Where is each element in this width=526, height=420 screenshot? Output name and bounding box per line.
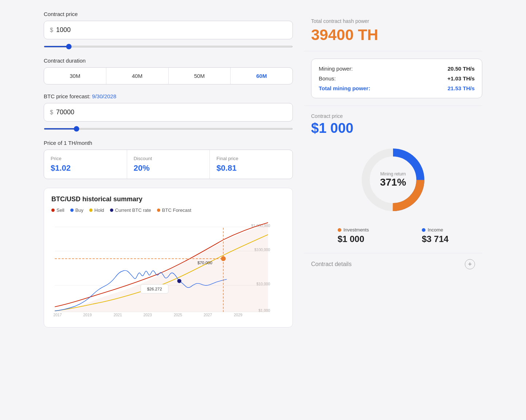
donut-center-label: Mining return [380, 171, 406, 177]
btc-price-input-box: $ 70000 [44, 103, 293, 122]
right-panel: Total contract hash power 39400 TH Minin… [304, 11, 482, 328]
contract-price-label: Contract price [44, 11, 293, 17]
donut-center: Mining return 371% [380, 171, 406, 188]
investments-dot [338, 228, 341, 232]
donut-section: Mining return 371% [304, 136, 482, 223]
income-dot [422, 228, 425, 232]
chart-area: $1,000,000 $100,000 $10,000 $1,000 [51, 218, 285, 320]
final-price-value: $0.81 [216, 163, 286, 173]
svg-text:$26.272: $26.272 [147, 287, 162, 291]
svg-text:2017: 2017 [53, 313, 62, 317]
income-value: $3 714 [422, 234, 448, 244]
investments-row: Investments $1 000 Income $3 714 [304, 223, 482, 251]
price-cell: Price $1.02 [44, 150, 127, 179]
price-table-section: Price of 1 TH/month Price $1.02 Discount… [44, 140, 293, 179]
legend-current-btc: Current BTC rate [110, 207, 151, 213]
income-label: Income [428, 227, 443, 233]
income-item: Income $3 714 [422, 227, 448, 244]
btc-forecast-label: BTC price forecast: 9/30/2028 [44, 93, 293, 99]
btc-price-slider[interactable] [44, 128, 293, 130]
btc-forecast-dot [157, 209, 160, 212]
bonus-value: +1.03 TH/s [447, 75, 475, 82]
final-price-cell: Final price $0.81 [210, 150, 293, 179]
left-panel: Contract price $ 1000 Contract duration … [44, 11, 304, 328]
mining-details-card: Mining power: 20.50 TH/s Bonus: +1.03 TH… [311, 59, 482, 98]
chart-section: BTC/USD historical summary Sell Buy Hold… [44, 188, 293, 328]
buy-label: Buy [75, 207, 83, 213]
total-mining-value: 21.53 TH/s [448, 85, 475, 91]
svg-text:2025: 2025 [174, 313, 182, 317]
svg-text:2029: 2029 [234, 313, 242, 317]
sell-label: Sell [56, 207, 64, 213]
price-th-label: Price of 1 TH/month [44, 140, 293, 146]
contract-duration-section: Contract duration 30M 40M 50M 60M [44, 58, 293, 84]
hold-dot [89, 209, 93, 212]
svg-text:2019: 2019 [83, 313, 92, 317]
chart-svg: $1,000,000 $100,000 $10,000 $1,000 [51, 218, 285, 320]
legend-buy: Buy [70, 207, 83, 213]
btc-forecast-legend-label: BTC Forecast [162, 207, 191, 213]
buy-dot [70, 209, 74, 212]
contract-duration-label: Contract duration [44, 58, 293, 64]
investments-legend: Investments [338, 227, 369, 233]
hash-power-label: Total contract hash power [311, 18, 482, 24]
investments-value: $1 000 [338, 234, 369, 244]
svg-text:2023: 2023 [144, 313, 152, 317]
right-contract-price-value: $1 000 [311, 120, 482, 136]
hold-label: Hold [94, 207, 104, 213]
mining-power-label: Mining power: [319, 66, 353, 72]
current-btc-label: Current BTC rate [115, 207, 151, 213]
final-price-label: Final price [216, 156, 286, 161]
chart-legend: Sell Buy Hold Current BTC rate BTC Forec… [51, 207, 285, 213]
total-mining-row: Total mining power: 21.53 TH/s [319, 85, 475, 91]
right-contract-price-label: Contract price [311, 113, 482, 119]
btc-price-value: 70000 [56, 108, 74, 116]
discount-value: 20% [134, 163, 203, 173]
current-btc-dot [110, 209, 113, 212]
contract-price-currency: $ [50, 27, 53, 33]
btc-price-currency: $ [50, 109, 53, 116]
hash-power-value: 39400 TH [311, 26, 482, 44]
svg-text:2021: 2021 [114, 313, 122, 317]
income-legend: Income [422, 227, 448, 233]
hash-power-section: Total contract hash power 39400 TH [304, 11, 482, 51]
discount-cell: Discount 20% [127, 150, 210, 179]
contract-price-value: 1000 [56, 26, 71, 34]
svg-text:$70.000: $70.000 [197, 261, 212, 265]
duration-btn-30m[interactable]: 30M [44, 68, 106, 84]
contract-price-input-box: $ 1000 [44, 21, 293, 39]
total-mining-label: Total mining power: [319, 85, 370, 91]
donut-wrapper: Mining return 371% [357, 143, 429, 216]
bonus-label: Bonus: [319, 75, 336, 82]
bonus-row: Bonus: +1.03 TH/s [319, 75, 475, 82]
duration-btn-50m[interactable]: 50M [169, 68, 231, 84]
btc-forecast-date-link[interactable]: 9/30/2028 [92, 93, 117, 99]
svg-text:2027: 2027 [204, 313, 212, 317]
btc-forecast-section: BTC price forecast: 9/30/2028 $ 70000 [44, 93, 293, 131]
duration-buttons-group: 30M 40M 50M 60M [44, 67, 293, 84]
svg-point-8 [177, 279, 181, 283]
investments-item: Investments $1 000 [338, 227, 369, 244]
price-value: $1.02 [51, 163, 120, 173]
legend-btc-forecast: BTC Forecast [157, 207, 191, 213]
mining-power-row: Mining power: 20.50 TH/s [319, 66, 475, 72]
svg-point-11 [221, 256, 225, 261]
contract-price-slider[interactable] [44, 46, 293, 47]
contract-details-row: Contract details + [304, 253, 482, 275]
right-contract-price-section: Contract price $1 000 [304, 106, 482, 136]
price-label: Price [51, 156, 120, 161]
contract-price-section: Contract price $ 1000 [44, 11, 293, 49]
donut-center-value: 371% [380, 177, 406, 188]
chart-title: BTC/USD historical summary [51, 195, 285, 203]
duration-btn-40m[interactable]: 40M [106, 68, 169, 84]
mining-power-value: 20.50 TH/s [448, 66, 475, 72]
duration-btn-60m[interactable]: 60M [231, 68, 293, 84]
discount-label: Discount [134, 156, 203, 161]
price-table: Price $1.02 Discount 20% Final price $0.… [44, 150, 293, 179]
legend-hold: Hold [89, 207, 104, 213]
contract-details-label: Contract details [311, 261, 352, 268]
legend-sell: Sell [51, 207, 64, 213]
investments-label: Investments [344, 227, 369, 233]
contract-details-expand-button[interactable]: + [465, 259, 475, 269]
sell-dot [51, 209, 55, 212]
